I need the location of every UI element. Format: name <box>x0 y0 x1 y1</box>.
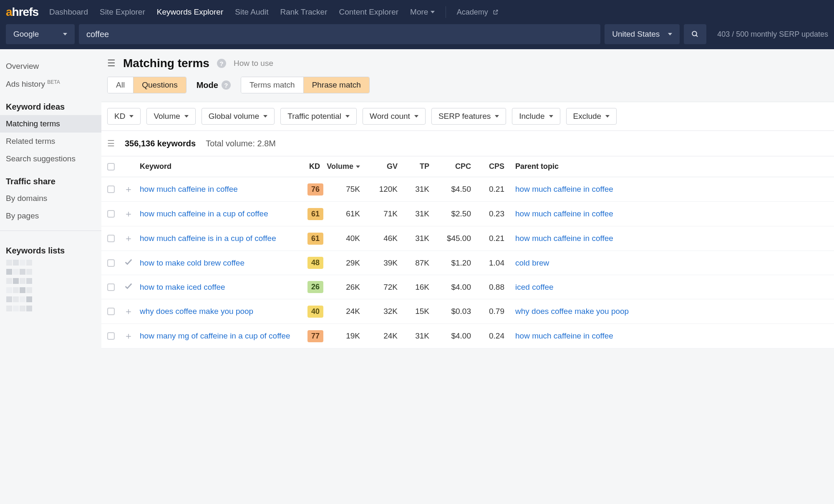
row-checkbox[interactable] <box>107 210 115 218</box>
help-icon[interactable]: ? <box>222 80 231 90</box>
tab-questions[interactable]: Questions <box>134 77 186 93</box>
search-button[interactable] <box>684 24 706 44</box>
cell-cpc: $4.00 <box>434 331 476 341</box>
columns-toggle-icon[interactable]: ☰ <box>107 138 115 148</box>
sidebar-toggle-icon[interactable]: ☰ <box>107 58 116 69</box>
add-icon[interactable]: ＋ <box>124 184 133 194</box>
checkmark-icon[interactable] <box>124 283 133 292</box>
col-tp[interactable]: TP <box>403 162 434 171</box>
parent-topic-link[interactable]: how much caffeine in coffee <box>515 185 613 193</box>
add-icon[interactable]: ＋ <box>124 306 133 316</box>
cell-tp: 87K <box>403 258 434 268</box>
sidebar-item-matching-terms[interactable]: Matching terms <box>0 115 101 133</box>
table-row: ＋why does coffee make you poop4024K32K15… <box>101 299 834 324</box>
parent-topic-link[interactable]: cold brew <box>515 258 549 267</box>
filter-volume[interactable]: Volume <box>146 108 195 125</box>
filter-kd[interactable]: KD <box>107 108 141 125</box>
kd-badge: 61 <box>307 208 323 220</box>
sidebar-item-related-terms[interactable]: Related terms <box>0 133 101 150</box>
filter-global-volume[interactable]: Global volume <box>202 108 275 125</box>
cell-volume: 29K <box>323 258 365 268</box>
cell-volume: 19K <box>323 331 365 341</box>
mode-label-text: Mode <box>197 80 218 90</box>
sidebar-item-by-domains[interactable]: By domains <box>0 190 101 207</box>
sidebar-item-ads-history[interactable]: Ads history BETA <box>0 75 101 93</box>
keyword-link[interactable]: how to make iced coffee <box>140 283 225 291</box>
select-all-checkbox[interactable] <box>107 163 115 171</box>
tab-row: All Questions Mode ? Terms match Phrase … <box>101 70 834 102</box>
sidebar-item-by-pages[interactable]: By pages <box>0 207 101 225</box>
sidebar-divider <box>0 231 101 231</box>
add-icon[interactable]: ＋ <box>124 233 133 243</box>
nav-content-explorer[interactable]: Content Explorer <box>339 8 399 17</box>
add-icon[interactable]: ＋ <box>124 208 133 219</box>
nav-site-explorer[interactable]: Site Explorer <box>100 8 145 17</box>
cell-gv: 71K <box>365 209 403 218</box>
col-cpc[interactable]: CPC <box>434 162 476 171</box>
keyword-link[interactable]: why does coffee make you poop <box>140 307 253 316</box>
nav-academy[interactable]: Academy <box>457 8 499 17</box>
cell-cps: 0.24 <box>476 331 509 341</box>
add-icon[interactable]: ＋ <box>124 331 133 341</box>
chevron-down-icon <box>129 115 134 118</box>
chevron-down-icon <box>668 33 672 35</box>
keyword-link[interactable]: how much caffeine in coffee <box>140 185 238 193</box>
col-kd[interactable]: KD <box>298 162 323 171</box>
row-checkbox[interactable] <box>107 283 115 291</box>
help-icon[interactable]: ? <box>217 59 226 68</box>
row-checkbox[interactable] <box>107 235 115 242</box>
tab-phrase-match[interactable]: Phrase match <box>304 77 369 93</box>
cell-cps: 0.21 <box>476 234 509 243</box>
filter-word-count[interactable]: Word count <box>363 108 426 125</box>
row-checkbox[interactable] <box>107 259 115 267</box>
cell-tp: 31K <box>403 209 434 218</box>
row-checkbox[interactable] <box>107 308 115 315</box>
col-volume[interactable]: Volume <box>323 162 365 171</box>
tab-all[interactable]: All <box>108 77 134 93</box>
kd-badge: 61 <box>307 233 323 245</box>
filter-traffic-potential[interactable]: Traffic potential <box>280 108 357 125</box>
how-to-use-link[interactable]: How to use <box>234 59 273 68</box>
keyword-link[interactable]: how much caffeine in a cup of coffee <box>140 209 268 218</box>
col-gv[interactable]: GV <box>365 162 403 171</box>
parent-topic-link[interactable]: how much caffeine in coffee <box>515 331 613 340</box>
table-body: ＋how much caffeine in coffee7675K120K31K… <box>101 177 834 349</box>
parent-topic-link[interactable]: why does coffee make you poop <box>515 307 629 316</box>
filter-include[interactable]: Include <box>512 108 560 125</box>
nav-more[interactable]: More <box>410 8 435 17</box>
parent-topic-link[interactable]: how much caffeine in coffee <box>515 234 613 243</box>
col-volume-label: Volume <box>327 162 353 171</box>
col-cps[interactable]: CPS <box>476 162 509 171</box>
country-select[interactable]: United States <box>605 24 680 44</box>
keyword-input[interactable] <box>79 24 600 44</box>
keyword-link[interactable]: how much caffeine is in a cup of coffee <box>140 234 276 243</box>
parent-topic-link[interactable]: how much caffeine in coffee <box>515 209 613 218</box>
nav-site-audit[interactable]: Site Audit <box>235 8 268 17</box>
chevron-down-icon <box>184 115 189 118</box>
chevron-down-icon <box>414 115 418 118</box>
sidebar-item-search-suggestions[interactable]: Search suggestions <box>0 150 101 168</box>
search-engine-select[interactable]: Google <box>6 24 75 44</box>
nav-dashboard[interactable]: Dashboard <box>49 8 88 17</box>
sidebar-item-overview[interactable]: Overview <box>0 58 101 75</box>
filter-serp-features[interactable]: SERP features <box>431 108 506 125</box>
blurred-list-placeholder <box>0 259 101 314</box>
filter-exclude[interactable]: Exclude <box>566 108 617 125</box>
cell-gv: 24K <box>365 331 403 341</box>
nav-keywords-explorer[interactable]: Keywords Explorer <box>157 8 223 17</box>
tab-terms-match[interactable]: Terms match <box>241 77 304 93</box>
parent-topic-link[interactable]: iced coffee <box>515 283 554 291</box>
search-icon <box>691 30 699 38</box>
checkmark-icon[interactable] <box>124 259 133 268</box>
col-parent-topic[interactable]: Parent topic <box>509 162 828 171</box>
keyword-link[interactable]: how to make cold brew coffee <box>140 258 244 267</box>
nav-rank-tracker[interactable]: Rank Tracker <box>280 8 328 17</box>
row-checkbox[interactable] <box>107 332 115 340</box>
logo[interactable]: ahrefs <box>6 5 38 19</box>
chevron-down-icon <box>495 115 499 118</box>
keyword-link[interactable]: how many mg of caffeine in a cup of coff… <box>140 331 290 340</box>
col-keyword[interactable]: Keyword <box>140 162 298 171</box>
row-checkbox[interactable] <box>107 186 115 193</box>
cell-tp: 16K <box>403 283 434 292</box>
nav-items: Dashboard Site Explorer Keywords Explore… <box>49 8 435 17</box>
